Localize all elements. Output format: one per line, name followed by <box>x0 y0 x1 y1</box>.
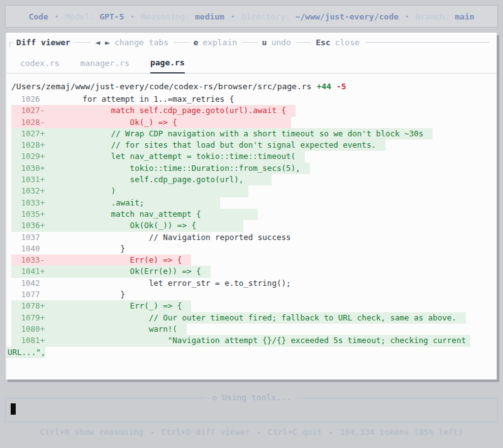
diff-line: 1026 for attempt in 1..=max_retries { <box>6 94 497 105</box>
separator-bullet: • <box>405 13 409 21</box>
diff-line: 1027+ // Wrap CDP navigation with a shor… <box>6 128 497 139</box>
header-dash: ─── <box>75 38 90 47</box>
diff-line: 1035+ match nav_attempt { <box>6 209 497 220</box>
shortcut-keys: ◄ ► <box>95 38 109 47</box>
line-number: 1081+ <box>16 336 45 345</box>
diff-line-highlight: 1031+ self.cdp_page.goto(url), <box>11 174 272 185</box>
diff-line: 1077 } <box>6 289 497 300</box>
line-code: Err(_) => { <box>45 301 191 310</box>
line-code: Ok(_) => { <box>45 117 290 127</box>
diff-line: 1078+ Err(_) => { <box>6 300 497 312</box>
line-code: tokio::time::Duration::from_secs(5), <box>45 163 309 173</box>
tab-codex.rs[interactable]: codex.rs <box>20 58 60 73</box>
line-code: // for sites that load but don't signal … <box>45 140 385 150</box>
footer-hint: Ctrl+C quit <box>268 427 322 437</box>
shortcut-action: explain <box>202 38 237 47</box>
diff-line: 1079+ // Our outer timeout fired; fallba… <box>6 312 497 324</box>
diff-line: 1036+ Ok(Ok(_)) => { <box>6 220 497 231</box>
diff-line: 1042 let error_str = e.to_string(); <box>6 278 497 289</box>
header-dash: ─── <box>174 38 188 47</box>
shortcut-keys: u <box>262 38 267 47</box>
line-number: 1026 <box>16 94 45 104</box>
line-code: Ok(Ok(_)) => { <box>45 221 243 230</box>
header-rule <box>366 42 489 43</box>
header-dash: ─── <box>296 38 311 47</box>
diff-line-highlight: 1028- Ok(_) => { <box>11 117 291 128</box>
diff-line: 1032+ ) <box>6 185 497 197</box>
diff-line-highlight: 1035+ match nav_attempt { <box>11 209 258 220</box>
line-code: match nav_attempt { <box>45 209 258 219</box>
diff-line-highlight: 1080+ warn!( <box>11 324 187 335</box>
diff-line-highlight: 1037 // Navigation reported success <box>11 232 291 243</box>
shortcut-keys: e <box>193 38 198 47</box>
footer-hint: Ctrl+R show reasoning <box>40 427 143 437</box>
line-code: URL...", <box>8 347 45 357</box>
line-code: let nav_attempt = tokio::time::timeout( <box>45 151 305 161</box>
line-number: 1030+ <box>16 163 45 173</box>
line-code: "Navigation attempt {}/{} exceeded 5s ti… <box>45 336 470 345</box>
line-number: 1035+ <box>16 209 45 219</box>
line-number: 1041+ <box>16 266 45 276</box>
session-field-label: Model: <box>65 12 99 21</box>
tab-page.rs[interactable]: page.rs <box>150 58 185 74</box>
separator-bullet: • <box>329 429 333 437</box>
tab-manager.rs[interactable]: manager.rs <box>80 58 130 73</box>
diff-viewer-title: Diff viewer <box>16 38 70 47</box>
diff-viewer-header: ┌ Diff viewer ───◄ ►change tabs───eexpla… <box>6 35 497 50</box>
line-code: ) <box>45 186 248 195</box>
shortcut-action: undo <box>271 38 290 47</box>
diff-line-highlight: 1027+ // Wrap CDP navigation with a shor… <box>11 128 433 139</box>
diff-line: 1030+ tokio::time::Duration::from_secs(5… <box>6 163 497 174</box>
line-number: 1036+ <box>16 221 45 230</box>
footer-hints: Ctrl+R show reasoning•Ctrl+D diff viewer… <box>0 427 503 437</box>
session-field-value: main <box>455 12 474 21</box>
line-code: Ok(Err(e)) => { <box>45 266 210 276</box>
line-code: for attempt in 1..=max_retries { <box>45 94 234 104</box>
diff-line-highlight: 1029+ let nav_attempt = tokio::time::tim… <box>11 151 305 162</box>
line-code: warn!( <box>45 324 187 334</box>
separator-bullet: • <box>150 429 155 437</box>
separator-bullet: • <box>231 13 235 21</box>
composer-input[interactable]: ◇ Using tools... <box>5 398 498 422</box>
app-name: Code <box>28 12 48 21</box>
line-number: 1027+ <box>16 129 45 138</box>
diff-line-highlight: 1081+ "Navigation attempt {}/{} exceeded… <box>11 335 470 346</box>
additions-count: +44 <box>316 82 331 91</box>
diff-line: 1040 } <box>6 243 497 254</box>
diff-viewer-panel: ┌ Diff viewer ───◄ ►change tabs───eexpla… <box>5 33 497 380</box>
diff-line-highlight: URL...", <box>6 347 45 358</box>
diff-line: 1041+ Ok(Err(e)) => { <box>6 266 497 277</box>
diff-line-highlight: 1077 } <box>11 289 125 300</box>
diff-line-highlight: 1041+ Ok(Err(e)) => { <box>11 266 211 277</box>
session-info-bar: Code•Model: GPT-5•Reasoning: medium•Dire… <box>5 5 498 28</box>
line-number: 1042 <box>16 278 45 288</box>
app-screen: Code•Model: GPT-5•Reasoning: medium•Dire… <box>0 0 503 448</box>
line-number: 1028- <box>16 117 45 127</box>
diff-line: 1028+ // for sites that load but don't s… <box>6 139 497 151</box>
shortcut-action: close <box>335 38 360 47</box>
panel-corner-glyph: ┌ <box>8 38 13 47</box>
diff-line: 1033+ .await; <box>6 197 497 209</box>
line-code: } <box>45 290 125 299</box>
line-number: 1032+ <box>16 186 45 195</box>
session-field-label: Reasoning: <box>141 12 195 21</box>
header-dash: ─── <box>242 38 257 47</box>
diff-line-highlight: 1042 let error_str = e.to_string(); <box>11 278 291 289</box>
diff-line: 1037 // Navigation reported success <box>6 232 497 243</box>
diff-line-highlight: 1028+ // for sites that load but don't s… <box>11 139 385 151</box>
diff-line-highlight: 1033- Err(e) => { <box>11 254 191 266</box>
line-number: 1077 <box>16 290 45 299</box>
separator-bullet: • <box>130 13 135 21</box>
diff-line: 1080+ warn!( <box>6 324 497 335</box>
diff-line: 1027- match self.cdp_page.goto(url).awai… <box>6 105 497 116</box>
line-code: .await; <box>45 198 219 207</box>
line-code: } <box>45 244 125 253</box>
diff-content: 1026 for attempt in 1..=max_retries { 10… <box>6 94 497 358</box>
diff-line-highlight: 1036+ Ok(Ok(_)) => { <box>11 220 243 231</box>
diff-line-highlight: 1033+ .await; <box>11 197 220 209</box>
diff-line-highlight: 1040 } <box>11 243 125 254</box>
session-field-label: Branch: <box>416 12 455 21</box>
text-cursor <box>11 403 16 415</box>
diff-line-highlight: 1079+ // Our outer timeout fired; fallba… <box>11 312 466 324</box>
line-number: 1040 <box>16 244 45 253</box>
